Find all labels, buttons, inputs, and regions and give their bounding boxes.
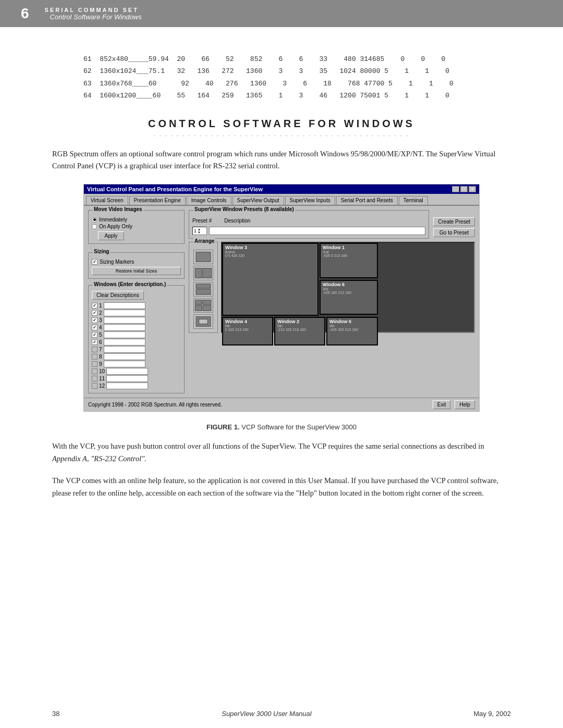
win5-checkbox[interactable]: ✓ <box>92 332 97 338</box>
left-panel: Move Video Images Immediately On Apply O… <box>88 210 185 393</box>
win4-num: 4 <box>99 325 102 330</box>
preset-num-label: Preset # <box>192 218 212 224</box>
list-item: ✓ 5 <box>92 331 181 338</box>
win6-num: 6 <box>99 339 102 345</box>
preview-w3-info1: Active <box>225 250 315 254</box>
win11-num: 11 <box>99 376 105 381</box>
header-title: SERIAL COMMAND SET <box>45 7 142 13</box>
on-apply-radio[interactable] <box>92 224 97 229</box>
on-apply-option[interactable]: On Apply Only <box>92 224 181 229</box>
win11-field[interactable] <box>106 375 148 382</box>
presets-group: SuperView Window Presets (8 available) P… <box>189 210 429 239</box>
table-row: 62 1360x1024___75.1 32 136 272 1360 3 3 … <box>83 65 511 77</box>
arrange-quad-icon[interactable] <box>193 298 213 313</box>
win5-field[interactable] <box>104 331 145 338</box>
chapter-number: 6 <box>21 5 29 22</box>
win10-checkbox[interactable] <box>92 368 97 374</box>
list-item: ✓ 2 <box>92 310 181 316</box>
win4-checkbox[interactable]: ✓ <box>92 325 97 330</box>
close-button[interactable]: × <box>469 186 476 192</box>
description-label: Description <box>224 218 250 224</box>
preview-w5-info2: -426 320 213 160 <box>329 328 375 331</box>
win1-field[interactable] <box>104 302 145 309</box>
sizing-label: Sizing <box>93 249 110 254</box>
windows-group: Windows (Enter description.) Clear Descr… <box>88 285 185 393</box>
minimize-button[interactable]: _ <box>452 186 459 192</box>
win4-field[interactable] <box>104 324 145 331</box>
sizing-markers-label: Sizing Markers <box>100 259 134 265</box>
preset-input-row: 1 ▲ ▼ <box>192 227 425 235</box>
preview-w1-info2: -426 0 213 160 <box>323 254 375 257</box>
preview-window-1: Window 1 2nd -426 0 213 160 <box>320 243 378 278</box>
data-table: 61 852x480_____59.94 20 66 52 852 6 6 33… <box>83 53 511 102</box>
win10-num: 10 <box>99 368 105 374</box>
section-heading: CONTROL SOFTWARE FOR WINDOWS <box>52 118 511 130</box>
win11-checkbox[interactable] <box>92 376 97 381</box>
body-paragraph-2: The VCP comes with an online help featur… <box>52 475 511 500</box>
win7-field[interactable] <box>104 346 145 353</box>
vcp-statusbar: Copyright 1998 - 2002 RGB Spectrum. All … <box>84 398 479 411</box>
win6-checkbox[interactable]: ✓ <box>92 339 97 345</box>
immediately-option[interactable]: Immediately <box>92 217 181 223</box>
maximize-button[interactable]: □ <box>460 186 468 192</box>
sizing-markers-row[interactable]: ✓ Sizing Markers <box>92 259 181 265</box>
para1-text: With the VCP, you have push button contr… <box>52 442 484 450</box>
win2-checkbox[interactable]: ✓ <box>92 310 97 316</box>
preset-number-input[interactable]: 1 ▲ ▼ <box>192 227 207 235</box>
tab-superview-inputs[interactable]: SuperView Inputs <box>285 196 335 205</box>
preview-w6-info1: 3rd <box>323 287 375 291</box>
preset-description-input[interactable] <box>209 227 425 235</box>
preview-w3-title: Window 3 <box>225 245 315 250</box>
page-content: 61 852x480_____59.94 20 66 52 852 6 6 33… <box>0 27 563 530</box>
preset-down-button[interactable]: ▼ <box>198 231 201 234</box>
goto-preset-button[interactable]: Go to Preset <box>433 228 475 237</box>
help-button[interactable]: Help <box>455 400 475 409</box>
win3-checkbox[interactable]: ✓ <box>92 317 97 323</box>
win3-field[interactable] <box>104 317 145 324</box>
win8-checkbox[interactable] <box>92 354 97 360</box>
win9-field[interactable] <box>104 361 145 367</box>
exit-button[interactable]: Exit <box>433 400 451 409</box>
tab-presentation-engine[interactable]: Presentation Engine <box>129 196 186 205</box>
preview-window-2: Window 2 5th -213 320 213 160 <box>274 317 325 346</box>
win10-field[interactable] <box>106 368 148 375</box>
svg-rect-3 <box>195 268 202 278</box>
preview-window-4: Window 4 6th 0 320 213 160 <box>222 317 273 346</box>
tab-virtual-screen[interactable]: Virtual Screen <box>86 196 128 205</box>
arrange-single-icon[interactable] <box>193 250 213 264</box>
create-preset-button[interactable]: Create Preset <box>433 217 475 226</box>
arrange-stacked-icon[interactable] <box>193 282 213 297</box>
apply-button[interactable]: Apply <box>98 231 124 240</box>
win7-num: 7 <box>99 347 102 352</box>
arrange-icons <box>191 250 215 329</box>
immediately-radio[interactable] <box>92 217 97 223</box>
win12-checkbox[interactable] <box>92 383 97 389</box>
win8-field[interactable] <box>104 353 145 360</box>
restore-initial-sizes-button[interactable]: Restore Initial Sizes <box>92 267 181 275</box>
win6-field[interactable] <box>104 339 145 346</box>
move-video-label: Move Video Images <box>93 206 143 212</box>
win9-checkbox[interactable] <box>92 361 97 367</box>
vcp-body: Move Video Images Immediately On Apply O… <box>84 206 479 398</box>
sizing-markers-checkbox[interactable]: ✓ <box>92 259 97 265</box>
right-panel: SuperView Window Presets (8 available) P… <box>189 210 475 393</box>
tab-terminal[interactable]: Terminal <box>399 196 428 205</box>
tab-image-controls[interactable]: Image Controls <box>187 196 231 205</box>
clear-descriptions-button[interactable]: Clear Descriptions <box>92 291 144 300</box>
immediately-label: Immediately <box>99 217 127 223</box>
tab-bar: Virtual Screen Presentation Engine Image… <box>84 194 479 206</box>
win2-field[interactable] <box>104 310 145 316</box>
win7-checkbox[interactable] <box>92 347 97 352</box>
status-buttons: Exit Help <box>433 400 475 409</box>
win12-field[interactable] <box>106 382 148 389</box>
tab-serial-port[interactable]: Serial Port and Resets <box>336 196 398 205</box>
arrange-pip-icon[interactable] <box>193 314 213 329</box>
preview-window-6: Window 6 3rd -426 160 213 160 <box>320 280 378 315</box>
preview-w3-info2: 0 0 426 320 <box>225 254 315 257</box>
preview-w5-title: Window 5 <box>329 319 375 324</box>
win1-checkbox[interactable]: ✓ <box>92 303 97 309</box>
arrange-two-side-icon[interactable] <box>193 266 213 280</box>
win-titlebar: Virtual Control Panel and Presentation E… <box>84 184 479 194</box>
tab-superview-output[interactable]: SuperView Output <box>232 196 284 205</box>
figure-caption: FIGURE 1. VCP Software for the SuperView… <box>52 423 511 431</box>
